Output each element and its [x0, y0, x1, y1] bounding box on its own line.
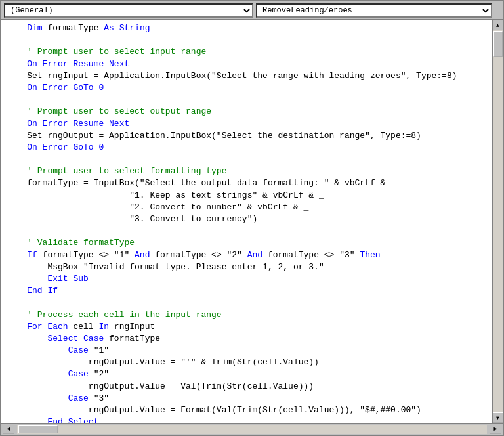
code-line: End If: [7, 285, 487, 297]
scroll-up-button[interactable]: ▲: [493, 20, 503, 30]
code-line: If formatType <> "1" And formatType <> "…: [7, 250, 487, 261]
code-content[interactable]: Dim formatType As String ' Prompt user t…: [1, 20, 492, 423]
procedure-dropdown[interactable]: RemoveLeadingZeroes: [256, 3, 492, 18]
code-line: ' Prompt user to select output range: [7, 106, 487, 118]
code-line: Set rngInput = Application.InputBox("Sel…: [7, 70, 487, 82]
code-line: [7, 297, 487, 309]
scroll-thumb-v[interactable]: [494, 31, 503, 57]
vertical-scrollbar: ▲ ▼: [492, 20, 503, 423]
code-line: [7, 225, 487, 237]
code-line: [7, 154, 487, 165]
code-line: [7, 94, 487, 106]
code-line: Case "3": [7, 393, 487, 404]
code-area: Dim formatType As String ' Prompt user t…: [1, 20, 503, 423]
scroll-down-button[interactable]: ▼: [493, 412, 503, 423]
horizontal-scrollbar[interactable]: [17, 425, 487, 434]
code-line: On Error GoTo 0: [7, 142, 487, 154]
code-line: On Error GoTo 0: [7, 82, 487, 94]
code-line: Dim formatType As String: [7, 22, 487, 34]
general-dropdown[interactable]: (General): [4, 3, 253, 18]
code-line: [7, 34, 487, 46]
code-line: "2. Convert to number" & vbCrLf & _: [7, 202, 487, 213]
scroll-left-button[interactable]: ◄: [3, 425, 14, 434]
toolbar: (General) RemoveLeadingZeroes: [1, 1, 503, 20]
code-line: On Error Resume Next: [7, 58, 487, 70]
scroll-track-v[interactable]: [493, 30, 503, 412]
code-line: End Select: [7, 416, 487, 423]
code-line: rngOutput.Value = Val(Trim(Str(cell.Valu…: [7, 381, 487, 393]
scroll-thumb-h[interactable]: [18, 425, 58, 433]
code-line: ' Prompt user to select formatting type: [7, 165, 487, 177]
code-line: ' Validate formatType: [7, 237, 487, 249]
vba-editor: (General) RemoveLeadingZeroes Dim format…: [0, 0, 504, 436]
code-line: "1. Keep as text strings" & vbCrLf & _: [7, 190, 487, 202]
code-line: Exit Sub: [7, 273, 487, 285]
code-line: "3. Convert to currency"): [7, 213, 487, 225]
code-line: ' Process each cell in the input range: [7, 309, 487, 321]
bottom-bar: ◄ ►: [1, 423, 503, 435]
code-line: MsgBox "Invalid format type. Please ente…: [7, 261, 487, 273]
code-line: rngOutput.Value = "'" & Trim(Str(cell.Va…: [7, 357, 487, 368]
code-line: On Error Resume Next: [7, 118, 487, 130]
code-line: Case "1": [7, 345, 487, 357]
code-line: formatType = InputBox("Select the output…: [7, 177, 487, 189]
scroll-right-button[interactable]: ►: [490, 425, 501, 434]
code-line: ' Prompt user to select input range: [7, 46, 487, 58]
code-line: Set rngOutput = Application.InputBox("Se…: [7, 130, 487, 142]
code-scroll-area: Dim formatType As String ' Prompt user t…: [1, 20, 492, 423]
code-line: For Each cell In rngInput: [7, 321, 487, 333]
code-line: Select Case formatType: [7, 333, 487, 345]
code-line: Case "2": [7, 368, 487, 380]
code-line: rngOutput.Value = Format(Val(Trim(Str(ce…: [7, 404, 487, 416]
